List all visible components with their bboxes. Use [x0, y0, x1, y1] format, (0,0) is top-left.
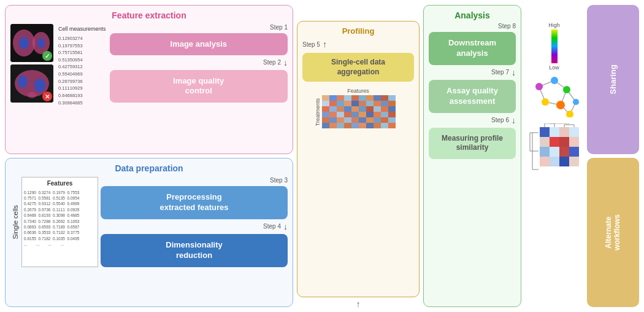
meas-0: 0.12903274 [58, 35, 106, 42]
svg-rect-15 [359, 95, 366, 101]
svg-rect-24 [351, 101, 359, 106]
trow-3: 0.2679 0.9736 0.1111 0.0929 [24, 207, 96, 213]
bottom-connector: ↑ [297, 301, 420, 307]
feature-extraction-title: Feature extraction [10, 10, 288, 20]
svg-rect-50 [322, 117, 329, 123]
svg-rect-58 [381, 117, 388, 123]
svg-rect-60 [322, 123, 329, 128]
color-high-label: High [548, 22, 560, 28]
svg-rect-38 [381, 106, 388, 112]
side-panels-column: Sharing Alternateworkflows [587, 5, 639, 307]
svg-rect-29 [388, 101, 396, 106]
step4-arrow-row: Step 4 ↓ [101, 222, 288, 232]
profiling-title: Profiling [302, 26, 414, 36]
svg-rect-96 [569, 127, 579, 137]
good-badge: ✓ [42, 51, 52, 61]
svg-rect-59 [388, 117, 396, 123]
svg-rect-48 [381, 112, 388, 117]
feature-extraction-panel: Feature extraction ✓ [5, 5, 293, 154]
svg-rect-27 [374, 101, 381, 106]
svg-rect-55 [359, 117, 366, 123]
svg-rect-36 [366, 106, 374, 112]
cell-image-bad: ✕ [10, 64, 53, 103]
measurements-column: Cell measurements 0.12903274 0.19797553 … [58, 24, 106, 106]
svg-rect-97 [540, 137, 550, 147]
meas-4: 0.42759312 [58, 63, 106, 71]
svg-rect-51 [329, 117, 337, 123]
svg-rect-47 [374, 112, 381, 117]
svg-rect-20 [322, 101, 329, 106]
analysis-title: Analysis [429, 10, 516, 20]
analysis-panel: Analysis Step 8 Downstreamanalysis Step … [423, 5, 521, 307]
sharing-label: Sharing [608, 64, 618, 94]
svg-point-7 [18, 76, 28, 88]
step1-label: Step 1 [110, 24, 288, 31]
data-prep-inner: Single cells Features 0.1290 0.3274 0.19… [10, 177, 288, 267]
meas-3: 0.51350954 [58, 57, 106, 64]
trow-7: 0.6636 0.3533 0.7102 0.3775 [24, 230, 96, 235]
svg-rect-103 [559, 147, 569, 157]
svg-rect-107 [559, 157, 569, 166]
svg-rect-45 [359, 112, 366, 117]
heatmap-with-label: Treatments // We'll just draw it inline … [315, 95, 402, 129]
arrow-down-7: ↓ [512, 68, 516, 77]
svg-rect-25 [359, 101, 366, 106]
arrow-down-2: ↓ [283, 222, 288, 232]
profiling-heatmap-svg: // We'll just draw it inline with rect e… [322, 95, 402, 129]
sharing-panel: Sharing [587, 5, 639, 154]
step6-box: Measuring profilesimilarity [429, 128, 516, 159]
svg-rect-66 [366, 123, 374, 128]
svg-rect-106 [550, 157, 559, 166]
svg-rect-67 [374, 123, 381, 128]
meas-9: 0.30984885 [58, 99, 106, 107]
step5-box: Single-cell dataaggregation [302, 53, 414, 82]
svg-rect-26 [366, 101, 374, 106]
svg-rect-61 [329, 123, 337, 128]
svg-rect-57 [374, 117, 381, 123]
svg-rect-21 [329, 101, 337, 106]
meas-2: 0.75715581 [58, 49, 106, 57]
single-cells-label: Single cells [10, 177, 19, 267]
svg-rect-44 [351, 112, 359, 117]
svg-point-2 [19, 37, 29, 49]
svg-rect-98 [550, 137, 559, 147]
svg-point-83 [556, 101, 565, 109]
trow-2: 0.4275 0.9312 0.5540 0.4969 [24, 201, 96, 206]
network-graph-svg [527, 74, 582, 117]
right-section: Analysis Step 8 Downstreamanalysis Step … [423, 5, 639, 307]
svg-rect-101 [540, 147, 550, 157]
step2-box: Image qualitycontrol [110, 70, 288, 103]
svg-rect-46 [366, 112, 374, 117]
data-preparation-panel: Data preparation Single cells Features 0… [5, 158, 293, 307]
features-axis-label: Features [347, 88, 369, 94]
svg-point-80 [551, 77, 558, 84]
svg-rect-16 [366, 95, 374, 101]
measurements-label: Cell measurements [58, 25, 106, 34]
arrow-down-6: ↓ [512, 115, 516, 125]
analysis-column: Analysis Step 8 Downstreamanalysis Step … [423, 5, 521, 307]
svg-point-84 [573, 99, 579, 105]
svg-rect-104 [569, 147, 579, 157]
trow-8: 0.6155 0.7182 0.1035 0.0495 [24, 236, 96, 241]
trow-0: 0.1290 0.3274 0.1979 0.7553 [24, 190, 96, 195]
svg-rect-13 [344, 95, 351, 101]
color-bar-svg [549, 29, 560, 63]
svg-rect-11 [329, 95, 337, 101]
svg-rect-100 [569, 137, 579, 147]
fe-steps-column: Step 1 Image analysis Step 2 ↓ Image qua… [110, 24, 288, 103]
svg-rect-34 [351, 106, 359, 112]
profiling-panel: Profiling Step 5 ↑ Single-cell dataaggre… [297, 21, 420, 297]
svg-rect-62 [337, 123, 344, 128]
alternate-workflows-label: Alternateworkflows [604, 214, 622, 251]
step4-label: Step 4 [263, 223, 281, 230]
svg-rect-93 [540, 127, 550, 137]
step5-row: Step 5 ↑ [302, 39, 414, 49]
color-bar-section: High Low [525, 5, 583, 117]
step2-arrow-row: Step 2 ↓ [110, 58, 288, 68]
svg-rect-19 [388, 95, 396, 101]
left-column: Feature extraction ✓ [5, 5, 293, 307]
step8-box: Downstreamanalysis [429, 32, 516, 65]
svg-point-79 [535, 83, 543, 90]
step7-label: Step 7 [491, 69, 509, 76]
svg-rect-68 [381, 123, 388, 128]
